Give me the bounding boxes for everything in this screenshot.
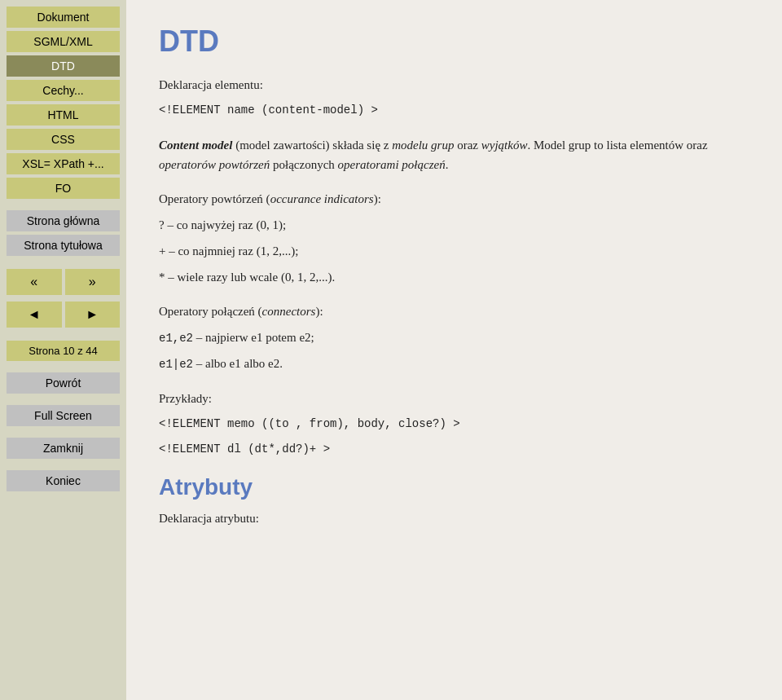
occurrence-item-1: ? – co najwyżej raz (0, 1); — [159, 215, 749, 235]
sidebar-item-dokument[interactable]: Dokument — [7, 7, 120, 28]
connector-code-1: e1,e2 — [159, 332, 193, 345]
declaration-section: Deklaracja elementu: <!ELEMENT name (con… — [159, 75, 749, 121]
connector-code-2: e1|e2 — [159, 358, 193, 371]
divider-2 — [7, 259, 120, 264]
content-model-text6: . Model grup to lista elementów oraz — [527, 139, 707, 152]
prev-button[interactable]: ◄ — [7, 302, 62, 328]
connector-text-2: – albo e1 albo e2. — [193, 357, 283, 370]
main-content: DTD Deklaracja elementu: <!ELEMENT name … — [126, 0, 782, 700]
connector-item-1: e1,e2 – najpierw e1 potem e2; — [159, 328, 749, 347]
sidebar-item-strona-tytulowa[interactable]: Strona tytułowa — [7, 235, 120, 256]
next-button[interactable]: ► — [65, 302, 121, 328]
sidebar-item-css[interactable]: CSS — [7, 129, 120, 150]
back-button[interactable]: Powrót — [7, 372, 120, 394]
attributes-section: Atrybuty Deklaracja atrybutu: — [159, 474, 749, 528]
attributes-title: Atrybuty — [159, 474, 749, 500]
conn-head-text: Operatory połączeń ( — [159, 305, 262, 318]
fullscreen-button[interactable]: Full Screen — [7, 405, 120, 426]
fast-nav-arrows: « » — [7, 269, 120, 295]
declaration-heading: Deklaracja elementu: — [159, 75, 749, 95]
divider-4 — [7, 364, 120, 369]
occurrence-heading: Operatory powtórzeń (occurance indicator… — [159, 189, 749, 209]
connectors-heading: Operatory połączeń (connectors): — [159, 302, 749, 321]
declaration-heading-text: Deklaracja elementu: — [159, 78, 263, 91]
operatorami: operatorami połączeń — [338, 158, 446, 171]
example-code-1: <!ELEMENT memo ((to , from), body, close… — [159, 415, 749, 434]
example-code-2: <!ELEMENT dl (dt*,dd?)+ > — [159, 440, 749, 460]
divider-5 — [7, 397, 120, 402]
occurrence-item-2: + – co najmniej raz (1, 2,...); — [159, 241, 749, 261]
sidebar-item-html[interactable]: HTML — [7, 104, 120, 125]
sidebar: Dokument SGML/XML DTD Cechy... HTML CSS … — [0, 0, 126, 700]
content-model-text8: połączonych — [270, 158, 337, 171]
divider-3 — [7, 332, 120, 337]
sidebar-item-dtd[interactable]: DTD — [7, 55, 120, 77]
sidebar-item-cechy[interactable]: Cechy... — [7, 80, 120, 101]
content-model-text4: oraz — [454, 139, 481, 152]
sidebar-item-strona-glowna[interactable]: Strona główna — [7, 210, 120, 231]
connectors-section: Operatory połączeń (connectors): e1,e2 –… — [159, 302, 749, 374]
nav-arrows: ◄ ► — [7, 302, 120, 328]
occ-italic: occurance indicators — [270, 192, 374, 205]
next-fast-button[interactable]: » — [65, 269, 121, 295]
conn-close: ): — [315, 305, 323, 318]
sidebar-item-xsl[interactable]: XSL= XPath +... — [7, 153, 120, 174]
examples-label: Przykłady: — [159, 389, 749, 408]
occurrence-item-3: * – wiele razy lub wcale (0, 1, 2,...). — [159, 267, 749, 287]
attributes-declaration: Deklaracja atrybutu: — [159, 508, 749, 528]
occ-close: ): — [374, 192, 381, 205]
divider-7 — [7, 462, 120, 467]
sidebar-item-fo[interactable]: FO — [7, 178, 120, 199]
content-model-section: Content model (model zawartości) składa … — [159, 135, 749, 174]
connector-text-1: – najpierw e1 potem e2; — [193, 331, 314, 344]
element-code: <!ELEMENT name (content-model) > — [159, 101, 749, 121]
divider-6 — [7, 429, 120, 434]
examples-section: Przykłady: <!ELEMENT memo ((to , from), … — [159, 389, 749, 460]
prev-fast-button[interactable]: « — [7, 269, 62, 295]
end-button[interactable]: Koniec — [7, 470, 120, 491]
content-model-text2: (model zawartości) składa się z — [232, 139, 392, 152]
conn-italic: connectors — [262, 305, 316, 318]
page-info: Strona 10 z 44 — [7, 341, 120, 361]
content-model-paragraph: Content model (model zawartości) składa … — [159, 135, 749, 174]
occurrence-section: Operatory powtórzeń (occurance indicator… — [159, 189, 749, 287]
content-model-text10: . — [446, 158, 449, 171]
wyjatkow: wyjątków — [481, 139, 528, 152]
operatorow: operatorów powtórzeń — [159, 158, 270, 171]
modelu-grup: modelu grup — [392, 139, 454, 152]
sidebar-item-sgml-xml[interactable]: SGML/XML — [7, 31, 120, 52]
connector-item-2: e1|e2 – albo e1 albo e2. — [159, 354, 749, 373]
page-title: DTD — [159, 24, 749, 59]
divider-1 — [7, 202, 120, 207]
occ-head-text: Operatory powtórzeń ( — [159, 192, 270, 205]
close-button[interactable]: Zamknij — [7, 438, 120, 459]
content-model-label: Content model — [159, 139, 232, 152]
